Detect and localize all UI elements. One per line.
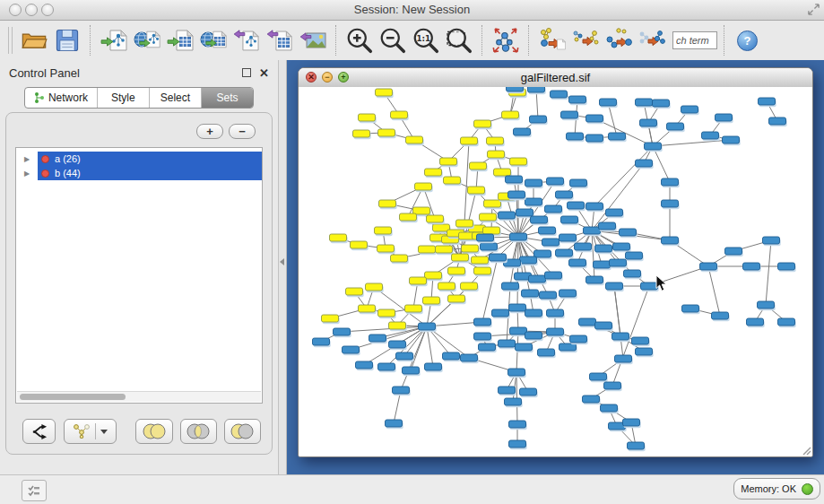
graph-node[interactable] <box>520 388 537 395</box>
show-all-nodes-edges-button[interactable] <box>636 23 668 57</box>
graph-node[interactable] <box>540 291 557 299</box>
graph-node[interactable] <box>479 343 496 351</box>
graph-node[interactable] <box>551 91 568 98</box>
graph-node[interactable] <box>410 277 427 284</box>
graph-node[interactable] <box>559 290 577 297</box>
task-history-button[interactable] <box>22 480 47 501</box>
graph-edge[interactable] <box>592 163 644 230</box>
tab-style[interactable]: Style <box>97 88 149 108</box>
graph-node[interactable] <box>682 305 699 312</box>
graph-node[interactable] <box>509 440 526 448</box>
set-row[interactable]: ▶b (44) <box>16 166 262 180</box>
graph-node[interactable] <box>568 202 585 209</box>
graph-node[interactable] <box>620 229 637 236</box>
graph-node[interactable] <box>396 352 413 360</box>
graph-node[interactable] <box>586 203 603 210</box>
graph-node[interactable] <box>545 272 562 279</box>
graph-node[interactable] <box>712 312 729 319</box>
graph-node[interactable] <box>547 328 564 335</box>
scrollbar-thumb[interactable] <box>20 394 126 400</box>
collapse-panel-arrow-icon[interactable] <box>280 258 284 265</box>
zoom-in-button[interactable] <box>343 23 376 57</box>
graph-node[interactable] <box>448 295 465 302</box>
graph-node[interactable] <box>529 275 546 282</box>
graph-node[interactable] <box>499 212 516 219</box>
graph-node[interactable] <box>723 136 740 143</box>
intersect-sets-button[interactable] <box>180 419 217 444</box>
graph-node[interactable] <box>595 245 612 252</box>
network-canvas[interactable] <box>299 87 812 456</box>
graph-node[interactable] <box>725 248 742 255</box>
graph-node[interactable] <box>547 178 564 185</box>
graph-node[interactable] <box>425 272 442 279</box>
export-table-button[interactable] <box>264 23 296 57</box>
graph-node[interactable] <box>440 158 457 165</box>
graph-node[interactable] <box>391 255 408 262</box>
zoom-selected-region-button[interactable] <box>443 23 475 57</box>
graph-node[interactable] <box>351 241 368 248</box>
graph-node[interactable] <box>632 337 649 344</box>
graph-node[interactable] <box>490 254 507 261</box>
graph-node[interactable] <box>330 234 347 241</box>
graph-edge[interactable] <box>594 146 653 206</box>
graph-node[interactable] <box>525 309 542 317</box>
graph-node[interactable] <box>539 227 556 234</box>
graph-node[interactable] <box>662 237 679 244</box>
zoom-actual-size-button[interactable] <box>410 23 442 57</box>
graph-node[interactable] <box>406 136 423 143</box>
graph-node[interactable] <box>378 129 395 136</box>
graph-node[interactable] <box>530 116 547 123</box>
graph-node[interactable] <box>322 315 339 322</box>
graph-node[interactable] <box>628 442 645 449</box>
graph-node[interactable] <box>520 256 537 264</box>
resize-grip-icon[interactable] <box>800 444 811 456</box>
graph-node[interactable] <box>510 233 527 240</box>
graph-node[interactable] <box>662 178 679 186</box>
network-graph[interactable] <box>299 87 812 456</box>
graph-node[interactable] <box>436 246 453 253</box>
graph-node[interactable] <box>423 297 440 304</box>
graph-node[interactable] <box>494 169 511 176</box>
graph-node[interactable] <box>586 276 603 283</box>
select-first-neighbors-button[interactable] <box>569 23 602 57</box>
graph-node[interactable] <box>525 332 542 339</box>
graph-node[interactable] <box>599 222 616 230</box>
expander-triangle-icon[interactable]: ▶ <box>16 155 38 163</box>
new-network-from-selection-button[interactable] <box>536 23 568 57</box>
graph-node[interactable] <box>778 263 795 270</box>
tab-sets[interactable]: Sets <box>201 88 253 108</box>
fullscreen-arrows-icon[interactable] <box>807 3 820 16</box>
graph-node[interactable] <box>474 333 491 340</box>
graph-node[interactable] <box>758 301 775 308</box>
chevron-down-icon[interactable] <box>100 430 108 434</box>
graph-node[interactable] <box>474 267 491 274</box>
import-table-from-file-button[interactable] <box>164 23 196 57</box>
graph-node[interactable] <box>378 363 395 370</box>
set-row[interactable]: ▶a (26) <box>16 152 262 166</box>
graph-node[interactable] <box>538 349 555 356</box>
graph-node[interactable] <box>556 191 573 198</box>
graph-node[interactable] <box>376 89 393 96</box>
graph-node[interactable] <box>419 246 436 253</box>
graph-node[interactable] <box>502 282 519 290</box>
frame-maximize-button[interactable]: + <box>338 72 349 83</box>
graph-node[interactable] <box>510 158 527 165</box>
graph-node[interactable] <box>456 220 473 227</box>
graph-node[interactable] <box>531 216 548 223</box>
graph-node[interactable] <box>743 263 760 270</box>
graph-node[interactable] <box>359 305 376 312</box>
import-table-from-web-button[interactable] <box>197 23 230 57</box>
graph-node[interactable] <box>444 177 461 184</box>
graph-node[interactable] <box>586 115 603 122</box>
graph-node[interactable] <box>662 200 679 207</box>
graph-node[interactable] <box>425 169 442 176</box>
graph-node[interactable] <box>609 133 626 140</box>
graph-node[interactable] <box>645 143 662 150</box>
graph-node[interactable] <box>516 209 533 216</box>
graph-node[interactable] <box>481 243 498 250</box>
horizontal-scrollbar[interactable] <box>17 391 261 402</box>
graph-node[interactable] <box>601 404 618 412</box>
graph-node[interactable] <box>461 137 478 144</box>
graph-node[interactable] <box>461 282 478 290</box>
graph-node[interactable] <box>604 382 621 389</box>
